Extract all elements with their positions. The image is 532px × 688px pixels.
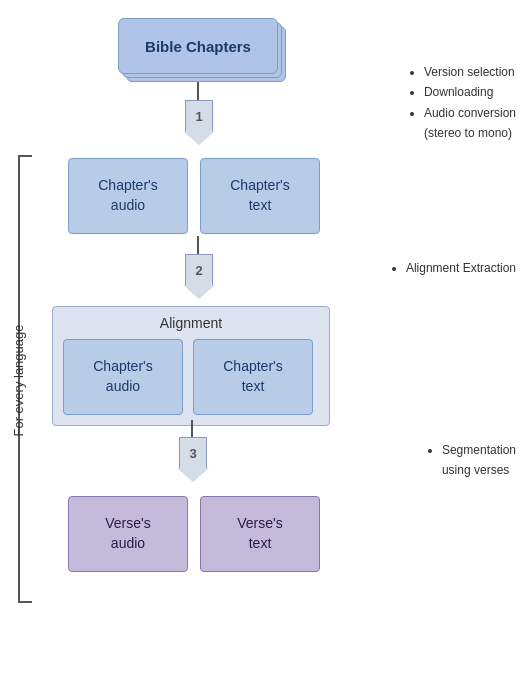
arrow-2-head — [183, 285, 215, 299]
bible-chapters-title: Bible Chapters — [145, 38, 251, 55]
arrow-3-body: 3 — [179, 437, 207, 469]
arrow-3-head — [177, 468, 209, 482]
chapter-text-box-2: Chapter'stext — [193, 339, 313, 415]
bullets-group-3: Segmentationusing verses — [426, 440, 516, 481]
chapter-audio-box-2: Chapter'saudio — [63, 339, 183, 415]
diagram: For every language Bible Chapters Versio… — [0, 0, 532, 688]
bullets-group-1: Version selection Downloading Audio conv… — [408, 62, 516, 144]
arrow-2: 2 — [183, 254, 215, 299]
verse-text-box: Verse'stext — [200, 496, 320, 572]
bullets-group-2: Alignment Extraction — [390, 258, 516, 278]
bullet-2-1: Alignment Extraction — [406, 258, 516, 278]
bullet-1-1: Version selection — [424, 62, 516, 82]
bullet-1-3: Audio conversion(stereo to mono) — [424, 103, 516, 144]
verse-boxes-row: Verse'saudio Verse'stext — [68, 496, 320, 572]
arrow-2-body: 2 — [185, 254, 213, 286]
alignment-container: Alignment Chapter'saudio Chapter'stext — [52, 306, 330, 426]
arrow-3: 3 — [177, 437, 209, 482]
chapter-text-box-1: Chapter'stext — [200, 158, 320, 234]
alignment-inner: Chapter'saudio Chapter'stext — [63, 339, 319, 415]
alignment-title: Alignment — [63, 315, 319, 331]
arrow-1: 1 — [183, 100, 215, 145]
bullets-list-1: Version selection Downloading Audio conv… — [408, 62, 516, 144]
arrow-1-body: 1 — [185, 100, 213, 132]
bullets-list-2: Alignment Extraction — [390, 258, 516, 278]
bullets-list-3: Segmentationusing verses — [426, 440, 516, 481]
stack-card-front: Bible Chapters — [118, 18, 278, 74]
chapter-audio-box-1: Chapter'saudio — [68, 158, 188, 234]
boxes-row-1: Chapter'saudio Chapter'stext — [68, 158, 320, 234]
bullet-3-1: Segmentationusing verses — [442, 440, 516, 481]
for-every-language-label: For every language — [4, 160, 32, 600]
verse-audio-box: Verse'saudio — [68, 496, 188, 572]
arrow-1-head — [183, 131, 215, 145]
bullet-1-2: Downloading — [424, 82, 516, 102]
